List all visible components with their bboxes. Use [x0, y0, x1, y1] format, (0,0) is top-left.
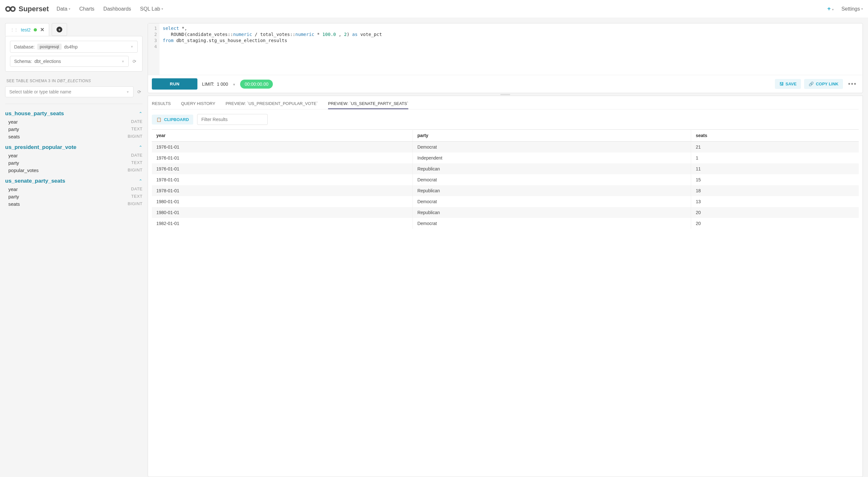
limit-control[interactable]: LIMIT: 1 000 ▼ — [202, 82, 236, 87]
editor-code[interactable]: select *, ROUND(candidate_votes::numeric… — [159, 24, 385, 75]
nav-settings[interactable]: Settings ▾ — [841, 6, 863, 12]
svg-point-1 — [10, 7, 15, 11]
column-name: seats — [8, 134, 20, 139]
table-row[interactable]: 1978-01-01Republican18 — [152, 185, 859, 196]
caret-down-icon: ▾ — [832, 8, 834, 11]
nav-dashboards[interactable]: Dashboards — [103, 6, 131, 12]
column-name: party — [8, 126, 19, 132]
table-cell: 11 — [691, 163, 859, 174]
copy-link-button[interactable]: 🔗 COPY LINK — [804, 79, 843, 89]
column-row: yearDATE — [5, 186, 143, 193]
column-type: DATE — [131, 153, 143, 158]
table-cell: 20 — [691, 207, 859, 218]
caret-down-icon: ▾ — [161, 7, 163, 10]
column-type: BIGINT — [128, 134, 143, 139]
result-tab[interactable]: PREVIEW: `US_PRESIDENT_POPULAR_VOTE` — [226, 99, 318, 109]
database-value: ds4fnp — [64, 44, 78, 50]
brand-text: Superset — [19, 5, 49, 13]
table-cell: 18 — [691, 185, 859, 196]
column-row: yearDATE — [5, 118, 143, 126]
left-sidebar: ⋮⋮ test2 ✕ + Database: postgresql ds4fnp… — [0, 18, 148, 477]
new-button[interactable]: + ▾ — [827, 5, 834, 12]
results-table: yearpartyseats 1976-01-01Democrat211976-… — [152, 129, 859, 229]
table-name: us_senate_party_seats — [5, 178, 65, 184]
plus-circle-icon: + — [57, 27, 62, 32]
table-header[interactable]: us_senate_party_seats⌃ — [5, 177, 143, 186]
column-name: party — [8, 194, 19, 199]
column-name: seats — [8, 201, 20, 207]
clipboard-button[interactable]: 📋 CLIPBOARD — [152, 115, 193, 125]
table-cell: Republican — [413, 163, 691, 174]
schema-select[interactable]: Schema: dbt_elections ▼ — [10, 56, 129, 67]
table-cell: 15 — [691, 174, 859, 185]
column-header[interactable]: party — [413, 130, 691, 141]
column-type: BIGINT — [128, 201, 143, 207]
column-name: year — [8, 187, 18, 192]
column-row: seatsBIGINT — [5, 200, 143, 208]
table-item: us_president_popular_vote⌃yearDATEpartyT… — [5, 143, 143, 174]
table-cell: 21 — [691, 141, 859, 153]
refresh-icon[interactable]: ⟳ — [131, 59, 138, 64]
clipboard-icon: 📋 — [156, 117, 161, 122]
resize-handle[interactable] — [148, 93, 863, 96]
limit-value: 1 000 — [217, 82, 228, 87]
run-button[interactable]: RUN — [152, 78, 197, 90]
table-cell: Democrat — [413, 218, 691, 229]
result-tab[interactable]: RESULTS — [152, 99, 171, 109]
table-item: us_house_party_seats⌃yearDATEpartyTEXTse… — [5, 109, 143, 140]
database-select[interactable]: Database: postgresql ds4fnp ▼ — [10, 41, 138, 53]
column-header[interactable]: seats — [691, 130, 859, 141]
table-row[interactable]: 1976-01-01Independent1 — [152, 153, 859, 163]
table-row[interactable]: 1982-01-01Democrat20 — [152, 218, 859, 229]
table-cell: 1976-01-01 — [152, 141, 413, 153]
db-panel: Database: postgresql ds4fnp ▼ Schema: db… — [5, 36, 143, 71]
table-header[interactable]: us_president_popular_vote⌃ — [5, 143, 143, 152]
table-row[interactable]: 1978-01-01Democrat15 — [152, 174, 859, 185]
result-tab[interactable]: QUERY HISTORY — [181, 99, 215, 109]
nav-charts[interactable]: Charts — [79, 6, 94, 12]
column-name: party — [8, 160, 19, 166]
column-type: TEXT — [131, 194, 143, 199]
table-row[interactable]: 1980-01-01Republican20 — [152, 207, 859, 218]
plus-icon: + — [827, 5, 831, 12]
save-button[interactable]: 🖫 SAVE — [775, 79, 801, 89]
column-name: year — [8, 119, 18, 125]
table-name: us_president_popular_vote — [5, 144, 76, 151]
query-tab[interactable]: ⋮⋮ test2 ✕ — [5, 23, 49, 36]
column-row: partyTEXT — [5, 126, 143, 133]
chevron-up-icon: ⌃ — [139, 179, 143, 184]
editor-toolbar: RUN LIMIT: 1 000 ▼ 00:00:00.00 🖫 SAVE 🔗 … — [148, 75, 863, 93]
caret-down-icon: ▼ — [121, 60, 125, 63]
schema-heading: SEE TABLE SCHEMA 3 IN DBT_ELECTIONS — [6, 78, 143, 83]
table-row[interactable]: 1976-01-01Democrat21 — [152, 141, 859, 153]
refresh-icon[interactable]: ⟳ — [136, 89, 143, 94]
save-icon: 🖫 — [779, 82, 783, 86]
table-select[interactable]: Select table or type table name ▼ — [5, 86, 133, 97]
schema-label: Schema: — [14, 59, 32, 64]
column-type: TEXT — [131, 126, 143, 132]
caret-down-icon: ▾ — [69, 7, 70, 10]
filter-results-input[interactable] — [197, 114, 268, 125]
table-item: us_senate_party_seats⌃yearDATEpartyTEXTs… — [5, 177, 143, 208]
column-type: DATE — [131, 119, 143, 125]
tab-add-button[interactable]: + — [52, 23, 67, 36]
table-header[interactable]: us_house_party_seats⌃ — [5, 109, 143, 118]
table-select-placeholder: Select table or type table name — [9, 89, 71, 94]
tab-status-dot-icon — [34, 28, 37, 31]
table-row[interactable]: 1976-01-01Republican11 — [152, 163, 859, 174]
nav-data[interactable]: Data▾ — [57, 6, 70, 12]
result-controls: 📋 CLIPBOARD — [152, 109, 859, 129]
editor-panel: 1234 select *, ROUND(candidate_votes::nu… — [148, 23, 863, 93]
brand-logo[interactable]: Superset — [5, 5, 49, 13]
more-menu-icon[interactable]: ••• — [846, 80, 859, 88]
sql-editor[interactable]: 1234 select *, ROUND(candidate_votes::nu… — [148, 24, 863, 75]
column-header[interactable]: year — [152, 130, 413, 141]
result-tab[interactable]: PREVIEW: `US_SENATE_PARTY_SEATS` — [328, 99, 408, 109]
nav-sqllab[interactable]: SQL Lab▾ — [140, 6, 163, 12]
result-tabs: RESULTSQUERY HISTORYPREVIEW: `US_PRESIDE… — [152, 96, 859, 109]
tab-close-icon[interactable]: ✕ — [40, 27, 44, 33]
drag-handle-icon[interactable]: ⋮⋮ — [10, 27, 18, 32]
column-row: popular_votesBIGINT — [5, 167, 143, 174]
table-row[interactable]: 1980-01-01Democrat13 — [152, 196, 859, 207]
table-cell: Independent — [413, 153, 691, 163]
